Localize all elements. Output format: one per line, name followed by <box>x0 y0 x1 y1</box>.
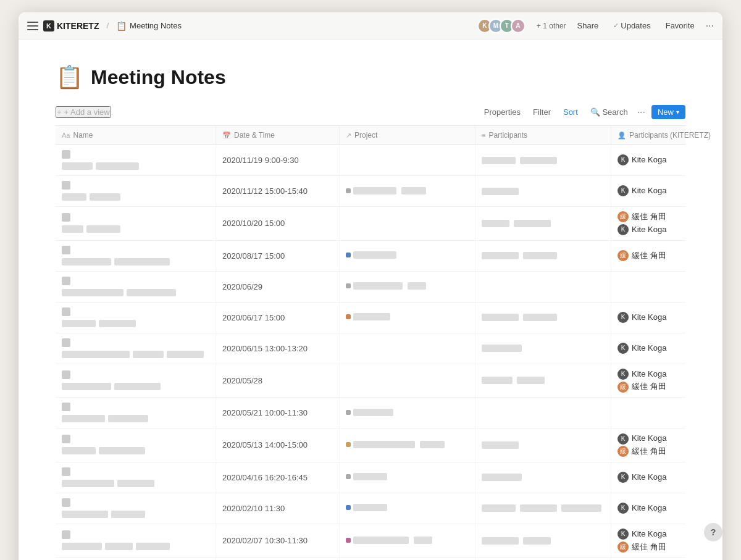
table-row[interactable]: 2020/05/13 14:00-15:00 K Kite Koga 緩 緩佳 … <box>56 428 685 462</box>
cell-participants-kiteretz[interactable]: 緩 緩佳 角田 K Kite Koga <box>611 207 722 240</box>
cell-participants-kiteretz[interactable]: K Kite Koga <box>611 176 722 206</box>
cell-name[interactable] <box>56 493 216 524</box>
add-view-button[interactable]: + + Add a view <box>56 106 111 118</box>
table-row[interactable]: 2020/06/15 13:00-13:20 K Kite Koga <box>56 333 685 364</box>
updates-button[interactable]: ✓ Updates <box>609 19 654 32</box>
help-button[interactable]: ? <box>704 523 722 541</box>
cell-participants[interactable] <box>475 493 611 524</box>
cell-participants-kiteretz[interactable]: K Kite Koga <box>611 462 722 493</box>
table-row[interactable]: 2020/02/10 11:30 K Kite Koga <box>56 493 685 524</box>
cell-participants[interactable] <box>475 462 611 493</box>
cell-datetime[interactable]: 2020/05/13 14:00-15:00 <box>216 428 340 462</box>
table-row[interactable]: 2020/02/07 10:30-11:30 K Kite Koga 緩 緩佳 … <box>56 524 685 558</box>
cell-datetime[interactable]: 2020/08/17 15:00 <box>216 241 340 271</box>
cell-participants[interactable] <box>475 428 611 462</box>
cell-datetime[interactable]: 2020/05/28 <box>216 364 340 398</box>
cell-datetime[interactable]: 2020/01/28 <box>216 558 340 560</box>
cell-name[interactable] <box>56 364 216 398</box>
sidebar-toggle-icon[interactable] <box>27 22 38 30</box>
favorite-button[interactable]: Favorite <box>662 19 698 32</box>
cell-project[interactable] <box>340 333 475 364</box>
cell-participants-kiteretz[interactable] <box>611 272 722 302</box>
workspace-name[interactable]: KITERETZ <box>57 21 99 31</box>
table-row[interactable]: 2020/05/28 K Kite Koga 緩 緩佳 角田 <box>56 364 685 398</box>
cell-participants[interactable] <box>475 241 611 271</box>
cell-name[interactable] <box>56 462 216 493</box>
table-more-icon[interactable]: ··· <box>637 107 645 118</box>
cell-participants[interactable] <box>475 145 611 175</box>
table-row[interactable]: 2020/06/29 <box>56 272 685 303</box>
cell-project[interactable] <box>340 398 475 428</box>
cell-project[interactable] <box>340 493 475 524</box>
cell-name[interactable] <box>56 176 216 206</box>
cell-datetime[interactable]: 2020/04/16 16:20-16:45 <box>216 462 340 493</box>
cell-datetime[interactable]: 2020/06/15 13:00-13:20 <box>216 333 340 364</box>
table-row[interactable]: 2020/01/28 緩 緩佳 角田 <box>56 558 685 560</box>
table-row[interactable]: 2020/11/19 9:00-9:30 K Kite Koga <box>56 145 685 176</box>
cell-project[interactable] <box>340 364 475 398</box>
search-button[interactable]: 🔍 Search <box>587 106 631 118</box>
cell-participants-kiteretz[interactable]: K Kite Koga 緩 緩佳 角田 <box>611 428 722 462</box>
table-row[interactable]: 2020/05/21 10:00-11:30 <box>56 398 685 428</box>
cell-participants[interactable] <box>475 364 611 398</box>
cell-name[interactable] <box>56 333 216 364</box>
cell-name[interactable] <box>56 241 216 271</box>
cell-participants-kiteretz[interactable]: K Kite Koga 緩 緩佳 角田 <box>611 364 722 398</box>
cell-participants-kiteretz[interactable]: K Kite Koga <box>611 303 722 333</box>
cell-project[interactable] <box>340 303 475 333</box>
cell-participants-kiteretz[interactable]: K Kite Koga <box>611 493 722 524</box>
cell-project[interactable] <box>340 558 475 560</box>
cell-participants-kiteretz[interactable]: K Kite Koga <box>611 145 722 175</box>
cell-name[interactable] <box>56 428 216 462</box>
cell-participants[interactable] <box>475 272 611 302</box>
cell-project[interactable] <box>340 207 475 240</box>
cell-name[interactable] <box>56 207 216 240</box>
cell-project[interactable] <box>340 145 475 175</box>
new-record-button[interactable]: New ▾ <box>651 105 685 119</box>
table-row[interactable]: 2020/08/17 15:00 緩 緩佳 角田 <box>56 241 685 272</box>
table-row[interactable]: 2020/06/17 15:00 K Kite Koga <box>56 303 685 333</box>
properties-button[interactable]: Properties <box>481 106 524 118</box>
cell-participants-kiteretz[interactable]: K Kite Koga <box>611 333 722 364</box>
cell-datetime[interactable]: 2020/10/20 15:00 <box>216 207 340 240</box>
cell-datetime[interactable]: 2020/11/19 9:00-9:30 <box>216 145 340 175</box>
cell-project[interactable] <box>340 428 475 462</box>
cell-participants[interactable] <box>475 398 611 428</box>
col-participants-icon: ≡ <box>482 132 485 139</box>
cell-name[interactable] <box>56 558 216 560</box>
share-button[interactable]: Share <box>574 19 603 32</box>
cell-project[interactable] <box>340 524 475 558</box>
cell-datetime[interactable]: 2020/06/17 15:00 <box>216 303 340 333</box>
cell-name[interactable] <box>56 398 216 428</box>
cell-participants-kiteretz[interactable]: 緩 緩佳 角田 <box>611 241 722 271</box>
cell-project[interactable] <box>340 272 475 302</box>
cell-datetime[interactable]: 2020/11/12 15:00-15:40 <box>216 176 340 206</box>
table-row[interactable]: 2020/11/12 15:00-15:40 K Kite Koga <box>56 176 685 207</box>
cell-datetime[interactable]: 2020/06/29 <box>216 272 340 302</box>
more-options-icon[interactable]: ··· <box>706 20 714 31</box>
cell-participants[interactable] <box>475 558 611 560</box>
table-row[interactable]: 2020/04/16 16:20-16:45 K Kite Koga <box>56 462 685 493</box>
cell-participants[interactable] <box>475 524 611 558</box>
cell-project[interactable] <box>340 462 475 493</box>
cell-participants[interactable] <box>475 176 611 206</box>
cell-participants[interactable] <box>475 333 611 364</box>
cell-name[interactable] <box>56 303 216 333</box>
cell-datetime[interactable]: 2020/02/10 11:30 <box>216 493 340 524</box>
cell-project[interactable] <box>340 241 475 271</box>
filter-button[interactable]: Filter <box>530 106 554 118</box>
cell-name[interactable] <box>56 524 216 558</box>
sort-button[interactable]: Sort <box>560 106 581 118</box>
table-row[interactable]: 2020/10/20 15:00 緩 緩佳 角田 K Kite Koga <box>56 207 685 241</box>
cell-name[interactable] <box>56 272 216 302</box>
cell-participants-kiteretz[interactable]: 緩 緩佳 角田 <box>611 558 722 560</box>
cell-datetime[interactable]: 2020/05/21 10:00-11:30 <box>216 398 340 428</box>
datetime-value: 2020/10/20 15:00 <box>222 219 333 228</box>
cell-project[interactable] <box>340 176 475 206</box>
cell-datetime[interactable]: 2020/02/07 10:30-11:30 <box>216 524 340 558</box>
cell-participants[interactable] <box>475 207 611 240</box>
breadcrumb-page[interactable]: 📋 Meeting Notes <box>116 21 182 31</box>
cell-name[interactable] <box>56 145 216 175</box>
cell-participants-kiteretz[interactable] <box>611 398 722 428</box>
cell-participants[interactable] <box>475 303 611 333</box>
